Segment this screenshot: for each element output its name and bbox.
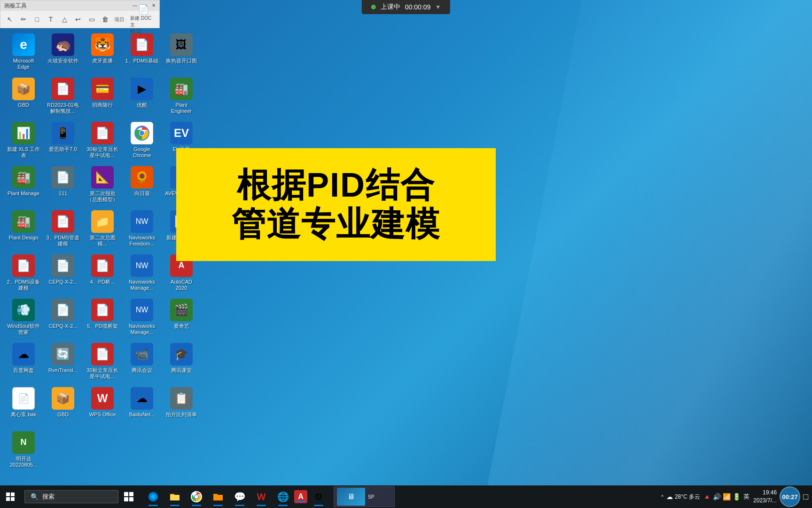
icon-cepq-1[interactable]: 📄 CEPQ-X-2... <box>44 252 82 294</box>
icon-rd2023[interactable]: 📄 RD2023-01电解制氢技... <box>44 75 82 117</box>
tool-extra[interactable]: 项目 <box>113 13 125 26</box>
network-icon[interactable]: 🔺 <box>703 493 711 500</box>
30biao-icon: 📄 <box>91 122 114 144</box>
icon-label: Plant Design <box>9 235 38 241</box>
icon-mingkaida[interactable]: N 明开达 20220805... <box>5 429 42 471</box>
tool-pen[interactable]: ✏ <box>17 13 30 26</box>
task-view-button[interactable] <box>118 486 139 507</box>
icon-tencent-class[interactable]: 🎓 腾讯课堂 <box>163 340 200 382</box>
icon-youku[interactable]: ▶ 优酷 <box>123 75 161 117</box>
icon-plant-manage[interactable]: 🏭 Plant Manage <box>5 163 42 206</box>
icon-wps[interactable]: W WPS Office <box>84 384 121 427</box>
icon-label: 虎牙直播 <box>92 58 113 64</box>
tool-shape[interactable]: △ <box>58 13 71 26</box>
class-timer[interactable]: 上课中 00:00:09 ▼ <box>362 0 450 14</box>
icon-pd-bridge[interactable]: 📄 4、PD桥... <box>84 252 121 294</box>
icon-zhaoshang[interactable]: 💳 招商随行 <box>84 75 121 117</box>
icon-photo-list[interactable]: 📋 拍片比列清单 <box>163 384 200 427</box>
clock-time: 19:46 <box>753 489 777 497</box>
icon-plant-engineer[interactable]: 🏭 Plant Engineer <box>163 75 200 117</box>
cepq-2-icon: 📄 <box>52 299 74 321</box>
icon-iqiyi[interactable]: 🎬 爱奇艺 <box>163 296 200 338</box>
action-center-icon[interactable]: □ <box>803 492 808 502</box>
icon-navisworks-freedom[interactable]: NW Navisworks Freedom... <box>123 207 161 250</box>
icon-pdms-basic[interactable]: 📄 1、PDMS基础 <box>123 31 161 73</box>
icon-gbd[interactable]: 📦 GBD <box>5 75 42 117</box>
icon-navisworks-manage-2[interactable]: NW Navisworks Manage... <box>123 296 161 338</box>
taskbar: 🔍 搜索 <box>0 485 812 508</box>
icon-baidunet[interactable]: ☁ BaiduNet... <box>123 384 161 427</box>
wifi-icon[interactable]: 📶 <box>723 493 731 500</box>
icon-label: 第二次总图模... <box>86 235 119 247</box>
icon-label: Microsoft Edge <box>7 58 40 70</box>
tool-undo[interactable]: ↩ <box>72 13 85 26</box>
icon-sunflower[interactable]: 🌻 向日葵 <box>123 163 161 206</box>
taskbar-folder-app[interactable] <box>208 486 228 507</box>
icon-label: 百度网盘 <box>13 367 34 373</box>
timer-chevron-icon[interactable]: ▼ <box>435 4 441 10</box>
icon-111[interactable]: 📄 111 <box>44 163 82 206</box>
taskbar-wechat-app[interactable]: 💬 <box>229 486 250 507</box>
taskbar-thumbnail-preview[interactable]: 🖥 SP <box>334 486 395 507</box>
111-icon: 📄 <box>52 166 74 189</box>
tool-cursor[interactable]: ↖ <box>3 13 16 26</box>
taskbar-search[interactable]: 🔍 搜索 <box>24 490 118 503</box>
icon-pdms-pipe[interactable]: 📄 3、PDMS管道建模 <box>44 207 82 250</box>
navisworks-freedom-icon: NW <box>131 210 153 233</box>
iqiyi-icon: 🎬 <box>170 299 193 321</box>
icon-google-chrome[interactable]: Google Chrome <box>123 119 161 161</box>
taskbar-qiwei-app[interactable]: 🌐 <box>273 486 293 507</box>
icon-pump-bak[interactable]: 📄 离心泵.bak <box>5 384 42 427</box>
timer-status-dot <box>371 5 376 9</box>
icon-navisworks-manage-1[interactable]: NW Navisworks Manage... <box>123 252 161 294</box>
icon-pdms-device[interactable]: 📄 2、PDMS设备建模 <box>5 252 42 294</box>
icon-second-master[interactable]: 📁 第二次总图模... <box>84 207 121 250</box>
icon-label: GBD <box>18 102 29 108</box>
icon-30biao2[interactable]: 📄 30标立常压长星中试电... <box>84 340 121 382</box>
icon-plant-design[interactable]: 🏭 Plant Design <box>5 207 42 250</box>
battery-icon[interactable]: 🔋 <box>733 493 741 500</box>
taskbar-explorer-app[interactable] <box>164 486 185 507</box>
pdms-device-icon: 📄 <box>12 254 35 277</box>
volume-icon[interactable]: 🔊 <box>713 493 721 500</box>
icon-rvmtransl[interactable]: 🔄 RvmTransl... <box>44 340 82 382</box>
taskbar-edge-app[interactable] <box>143 486 164 507</box>
icon-second-batch[interactable]: 📐 第二次报批（总图模型） <box>84 163 121 206</box>
icon-excel[interactable]: 📊 新建 XLS 工作表 <box>5 119 42 161</box>
icon-microsoft-edge[interactable]: e Microsoft Edge <box>5 31 42 73</box>
aisi-icon: 📱 <box>52 122 74 144</box>
new-doc-button[interactable]: 📄 新建 DOC 文档 (2) <box>130 4 156 35</box>
tool-frame[interactable]: ▭ <box>86 13 98 26</box>
icon-aisi[interactable]: 📱 爱思助手7.0 <box>44 119 82 161</box>
taskbar-autocad-app[interactable]: A <box>294 490 307 503</box>
language-label[interactable]: 英 <box>742 492 750 501</box>
icon-label: 招商随行 <box>92 102 113 108</box>
tool-delete[interactable]: 🗑 <box>99 13 112 26</box>
start-button[interactable] <box>0 486 21 507</box>
taskbar-wps-app[interactable]: W <box>251 486 272 507</box>
icon-heat-exchanger[interactable]: 🖼 换热器开口图 <box>163 31 200 73</box>
icon-tencent-meeting[interactable]: 📹 腾讯会议 <box>123 340 161 382</box>
icon-huorong[interactable]: 🦔 火绒安全软件 <box>44 31 82 73</box>
svg-point-3 <box>140 131 144 135</box>
icon-label: 1、PDMS基础 <box>125 58 159 64</box>
icon-huya[interactable]: 🐯 虎牙直播 <box>84 31 121 73</box>
icon-label: Navisworks Freedom... <box>125 235 159 247</box>
icon-gbd2[interactable]: 📦 GBD <box>44 384 82 427</box>
taskbar-settings-app[interactable]: ⚙ <box>308 486 329 507</box>
icon-pd-cable[interactable]: 📄 5、PD缆桥架 <box>84 296 121 338</box>
system-clock[interactable]: 19:46 2023/7/... <box>753 489 777 505</box>
icon-cepq-2[interactable]: 📄 CEPQ-X-2... <box>44 296 82 338</box>
banner-text: 根据PID结合 管道专业建模 <box>232 166 440 244</box>
tool-text[interactable]: T <box>44 13 57 26</box>
icon-label: Navisworks Manage... <box>125 323 159 335</box>
icon-baiduyun[interactable]: ☁ 百度网盘 <box>5 340 42 382</box>
icon-30biao[interactable]: 📄 30标立常压长星中试电... <box>84 119 121 161</box>
icon-label: Plant Engineer <box>164 102 198 114</box>
gbd-icon: 📦 <box>12 78 35 100</box>
taskbar-chrome-app[interactable] <box>186 486 207 507</box>
icon-label: CEPQ-X-2... <box>48 279 77 285</box>
tool-rect[interactable]: □ <box>31 13 43 26</box>
icon-windsoul[interactable]: 💨 WindSoul软件营家 <box>5 296 42 338</box>
notification-expand-icon[interactable]: ^ <box>661 494 664 500</box>
